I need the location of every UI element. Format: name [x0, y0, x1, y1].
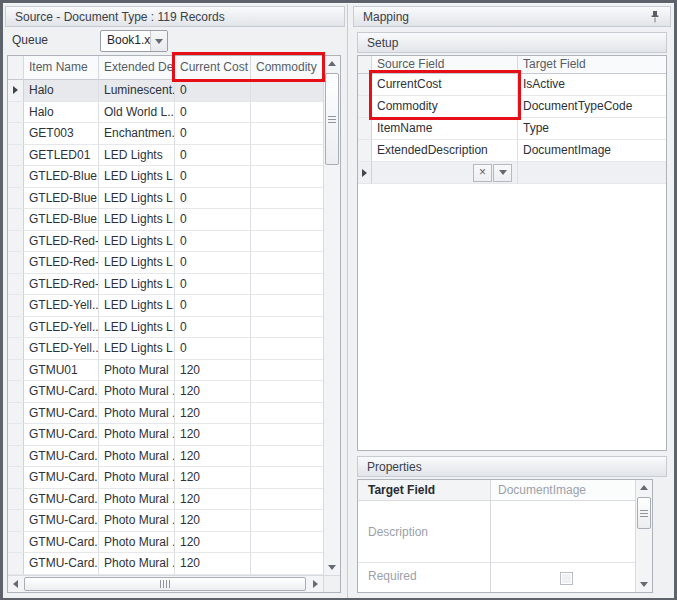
new-mapping-row[interactable]: × [358, 162, 666, 184]
grid-cell[interactable] [251, 532, 323, 554]
grid-cell[interactable]: 0 [175, 209, 251, 231]
target-field-cell[interactable]: IsActive [518, 74, 666, 96]
source-field-cell[interactable]: ExtendedDescription [372, 140, 518, 162]
grid-cell[interactable] [251, 360, 323, 382]
grid-cell[interactable]: Luminescent... [99, 80, 175, 102]
column-header-source-field[interactable]: Source Field [372, 56, 518, 74]
grid-cell[interactable] [251, 166, 323, 188]
clear-button[interactable]: × [473, 164, 492, 182]
grid-cell[interactable]: Photo Mural ... [99, 532, 175, 554]
required-checkbox[interactable] [560, 572, 573, 585]
column-header-commodity[interactable]: Commodity [251, 56, 323, 80]
grid-cell[interactable]: Photo Mural ... [99, 424, 175, 446]
scrollbar-track[interactable] [324, 71, 340, 560]
grid-cell[interactable]: GTLED-Yell... [24, 317, 99, 339]
grid-cell[interactable]: LED Lights L... [99, 209, 175, 231]
grid-cell[interactable]: GTLED-Yell... [24, 295, 99, 317]
table-row[interactable]: GTMU-Card...Photo Mural ...120 [8, 424, 323, 446]
table-row[interactable]: GETLED01LED Lights0 [8, 145, 323, 167]
scrollbar-thumb[interactable] [24, 577, 306, 591]
source-field-cell[interactable]: CurrentCost [372, 74, 518, 96]
grid-cell[interactable]: GTMU-Card... [24, 403, 99, 425]
grid-cell[interactable]: 0 [175, 338, 251, 360]
property-row-target-field[interactable]: Target Field DocumentImage [358, 480, 635, 501]
grid-cell[interactable]: Halo [24, 102, 99, 124]
grid-cell[interactable]: 0 [175, 317, 251, 339]
grid-cell[interactable]: GTMU-Card... [24, 532, 99, 554]
grid-cell[interactable] [251, 123, 323, 145]
column-header-target-field[interactable]: Target Field [518, 56, 666, 74]
grid-cell[interactable]: GTMU-Card... [24, 467, 99, 489]
grid-cell[interactable] [251, 145, 323, 167]
column-header-current-cost[interactable]: Current Cost [175, 56, 251, 80]
grid-cell[interactable] [251, 381, 323, 403]
grid-cell[interactable]: 120 [175, 424, 251, 446]
scroll-left-button[interactable] [8, 576, 23, 592]
table-row[interactable]: GTLED-Red-...LED Lights L...0 [8, 231, 323, 253]
table-row[interactable]: GTMU-Card...Photo Mural ...120 [8, 532, 323, 554]
grid-cell[interactable]: Photo Mural ... [99, 553, 175, 575]
grid-cell[interactable] [251, 338, 323, 360]
scrollbar-thumb[interactable] [325, 73, 339, 165]
grid-cell[interactable]: LED Lights L... [99, 338, 175, 360]
mapping-row[interactable]: ItemNameType [358, 118, 666, 140]
grid-cell[interactable]: Halo [24, 80, 99, 102]
grid-cell[interactable] [251, 188, 323, 210]
grid-cell[interactable] [251, 317, 323, 339]
mapping-row[interactable]: ExtendedDescriptionDocumentImage [358, 140, 666, 162]
grid-cell[interactable]: 120 [175, 467, 251, 489]
scroll-right-button[interactable] [308, 576, 323, 592]
grid-cell[interactable] [251, 80, 323, 102]
panel-splitter[interactable] [347, 4, 348, 598]
grid-cell[interactable]: 0 [175, 80, 251, 102]
grid-cell[interactable]: 120 [175, 381, 251, 403]
queue-combobox[interactable]: Book1.xls [100, 30, 168, 52]
grid-cell[interactable]: 120 [175, 532, 251, 554]
grid-cell[interactable]: LED Lights L... [99, 274, 175, 296]
grid-cell[interactable]: GTLED-Red-... [24, 252, 99, 274]
grid-cell[interactable]: 0 [175, 145, 251, 167]
grid-cell[interactable]: 0 [175, 274, 251, 296]
grid-cell[interactable]: LED Lights [99, 145, 175, 167]
scroll-down-button[interactable] [636, 577, 652, 592]
grid-cell[interactable]: LED Lights L... [99, 252, 175, 274]
table-row[interactable]: GTMU-Card...Photo Mural ...120 [8, 510, 323, 532]
target-field-cell[interactable]: Type [518, 118, 666, 140]
scrollbar-thumb[interactable] [637, 497, 651, 529]
source-field-cell[interactable]: ItemName [372, 118, 518, 140]
mapping-row[interactable]: CurrentCostIsActive [358, 74, 666, 96]
grid-cell[interactable]: Photo Mural [99, 360, 175, 382]
table-row[interactable]: GTMU-Card...Photo Mural ...120 [8, 446, 323, 468]
grid-cell[interactable] [251, 209, 323, 231]
table-row[interactable]: GTLED-Yell...LED Lights L...0 [8, 338, 323, 360]
table-row[interactable]: GTLED-Yell...LED Lights L...0 [8, 317, 323, 339]
grid-cell[interactable]: Photo Mural ... [99, 467, 175, 489]
properties-vertical-scrollbar[interactable] [635, 480, 652, 592]
source-horizontal-scrollbar[interactable] [8, 576, 323, 592]
table-row[interactable]: GTLED-Red-...LED Lights L...0 [8, 252, 323, 274]
grid-cell[interactable]: GTLED-Blue... [24, 188, 99, 210]
grid-cell[interactable]: LED Lights L... [99, 295, 175, 317]
table-row[interactable]: GET003Enchantmen...0 [8, 123, 323, 145]
grid-cell[interactable]: 0 [175, 166, 251, 188]
table-row[interactable]: GTLED-Red-...LED Lights L...0 [8, 274, 323, 296]
property-value[interactable]: DocumentImage [490, 480, 635, 500]
grid-cell[interactable] [251, 403, 323, 425]
scrollbar-track[interactable] [636, 495, 652, 577]
grid-cell[interactable]: GTLED-Red-... [24, 274, 99, 296]
grid-cell[interactable] [251, 510, 323, 532]
grid-cell[interactable] [251, 295, 323, 317]
grid-cell[interactable]: 120 [175, 553, 251, 575]
table-row[interactable]: GTLED-Blue...LED Lights L...0 [8, 188, 323, 210]
column-header-item-name[interactable]: Item Name [24, 56, 99, 80]
grid-cell[interactable]: Photo Mural ... [99, 446, 175, 468]
grid-cell[interactable]: 120 [175, 403, 251, 425]
source-field-cell[interactable]: Commodity [372, 96, 518, 118]
grid-cell[interactable]: Photo Mural ... [99, 403, 175, 425]
grid-cell[interactable]: GET003 [24, 123, 99, 145]
grid-cell[interactable]: GTLED-Blue... [24, 166, 99, 188]
grid-cell[interactable]: Photo Mural ... [99, 510, 175, 532]
grid-cell[interactable] [251, 252, 323, 274]
scrollbar-track[interactable] [23, 576, 308, 592]
grid-cell[interactable] [251, 102, 323, 124]
